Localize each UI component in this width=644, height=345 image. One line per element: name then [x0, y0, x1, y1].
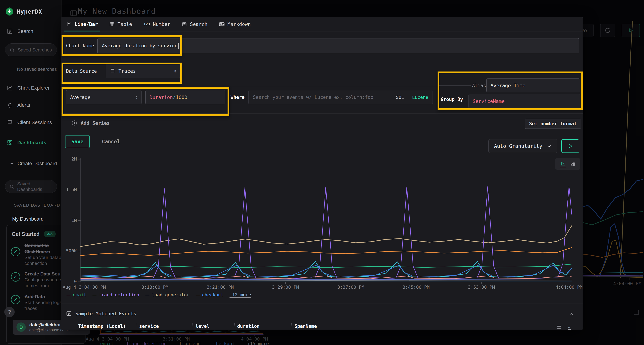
divider	[61, 304, 583, 304]
aggregation-value: Average	[70, 95, 90, 100]
sidebar-item-dashboards[interactable]: Dashboards	[6, 139, 46, 146]
check-circle-icon: ✓	[11, 247, 20, 256]
legend-swatch	[145, 295, 150, 295]
main-chart-svg[interactable]	[61, 155, 583, 287]
chart-name-value: Average duration by service	[102, 43, 178, 48]
y-tick-label: 500K	[62, 248, 77, 254]
set-number-format-button[interactable]: Set number format	[525, 119, 581, 129]
granularity-value: Auto Granularity	[494, 143, 542, 149]
help-button[interactable]: ?	[4, 307, 15, 317]
column-header-spanname[interactable]: SpanName	[294, 324, 317, 329]
number-123-icon: 123	[144, 22, 150, 26]
group-by-input[interactable]: ServiceName	[468, 94, 580, 108]
column-header-level[interactable]: level	[196, 324, 210, 329]
y-tick-label: 1.5M	[62, 187, 77, 192]
saved-dashboards-input[interactable]: Saved Dashboards	[5, 180, 57, 193]
tab-search[interactable]: Search	[182, 17, 208, 31]
no-saved-searches-text: No saved searches	[17, 66, 57, 72]
alias-connector-line	[438, 85, 471, 86]
field-expression-input[interactable]: Duration/1000	[146, 90, 225, 104]
column-header-service[interactable]: service	[139, 324, 159, 329]
field-token: Duration	[150, 95, 173, 100]
cancel-button[interactable]: Cancel	[99, 135, 122, 148]
aggregation-select[interactable]: Average ▲▼	[66, 90, 142, 104]
chart-name-input[interactable]: Average duration by service	[98, 38, 579, 53]
legend-swatch	[92, 295, 96, 295]
tab-markdown[interactable]: Markdown	[219, 17, 251, 31]
column-header-duration[interactable]: duration	[237, 324, 260, 329]
legend-item-checkout[interactable]: checkout	[196, 292, 224, 298]
legend-item-email[interactable]: email	[66, 292, 86, 298]
bell-icon	[6, 101, 14, 109]
legend-swatch	[196, 295, 200, 295]
create-dashboard-button[interactable]: + Create Dashboard	[10, 161, 57, 167]
chevron-down-icon	[547, 144, 552, 148]
logo[interactable]: HyperDX	[5, 7, 42, 16]
database-icon	[110, 68, 115, 74]
language-switch[interactable]: SQL | Lucene	[396, 95, 428, 100]
x-tick-label: Aug 4 3:04:00 PM	[61, 285, 115, 290]
sql-option[interactable]: SQL	[396, 95, 404, 100]
sidebar-item-label: Alerts	[17, 102, 30, 108]
check-circle-icon: ✓	[11, 272, 20, 282]
saved-searches-input[interactable]: Saved Searches	[5, 43, 57, 56]
x-tick-label: 3:37:00 PM	[320, 285, 381, 290]
where-search-input[interactable]: SQL | Lucene	[248, 90, 433, 104]
list-icon	[182, 21, 187, 27]
column-separator	[192, 323, 193, 330]
sidebar-item-search[interactable]: Search	[6, 28, 33, 35]
sidebar-item-client-sessions[interactable]: Client Sessions	[6, 119, 52, 126]
sample-events-header[interactable]: Sample Matched Events	[66, 311, 136, 317]
legend-item-fraud-detection[interactable]: fraud-detection	[92, 292, 139, 298]
sidebar-item-my-dashboard[interactable]: My Dashboard	[12, 216, 44, 222]
run-chart-button[interactable]	[561, 139, 579, 153]
app-root: My New Dashboard Save 4:04:00 PM 0 Aug 4…	[0, 0, 644, 345]
select-updown-icon: ▲▼	[174, 69, 176, 73]
granularity-select[interactable]: Auto Granularity	[488, 139, 557, 153]
dashboards-grid-icon	[6, 139, 14, 146]
legend-label: checkout	[202, 292, 224, 298]
sidebar-item-alerts[interactable]: Alerts	[6, 101, 30, 109]
add-series-button[interactable]: Add Series	[72, 120, 110, 126]
alias-input[interactable]: Average Time	[486, 78, 580, 92]
x-tick-label: 4:04:00 PM	[539, 285, 583, 290]
download-icon[interactable]: ↓	[568, 324, 571, 330]
y-axis-labels: 2M1.5M1M500K0	[61, 155, 79, 287]
hyperdx-logo-icon	[5, 7, 14, 16]
sidebar-item-chart-explorer[interactable]: Chart Explorer	[6, 84, 50, 91]
series-gray	[81, 280, 572, 281]
data-source-label: Data Source	[66, 68, 97, 74]
chart-legend: email fraud-detection load-generator che…	[66, 292, 251, 298]
legend-item-load-generator[interactable]: load-generator	[145, 292, 190, 298]
tab-number[interactable]: 123 Number	[144, 17, 170, 31]
magnifier-icon	[10, 47, 15, 52]
filter-icon[interactable]: ☰	[557, 324, 561, 330]
legend-swatch	[66, 295, 71, 295]
tab-line-bar[interactable]: Line/Bar	[66, 17, 98, 31]
y-tick-label: 1M	[62, 218, 77, 223]
data-source-value: Traces	[118, 68, 136, 74]
legend-label: fraud-detection	[99, 292, 139, 298]
saved-dashboards-section[interactable]: SAVED DASHBOARDS	[11, 203, 60, 208]
sidebar-item-label: Dashboards	[17, 140, 46, 145]
legend-label: load-generator	[152, 292, 190, 298]
y-tick-label: 0	[62, 279, 77, 284]
search-doc-icon	[6, 28, 14, 35]
where-search-field[interactable]	[253, 95, 393, 100]
column-header-timestamp[interactable]: Timestamp (Local)	[78, 324, 126, 329]
x-tick-label: 3:21:00 PM	[190, 285, 250, 290]
series-orange	[81, 248, 572, 256]
get-started-badge: 3/3	[44, 231, 56, 237]
plus-circle-icon	[72, 120, 78, 126]
collapse-chevron-icon[interactable]	[569, 312, 574, 317]
save-button[interactable]: Save	[65, 135, 90, 148]
legend-more-link[interactable]: +12 more	[230, 292, 251, 298]
group-by-value: ServiceName	[472, 98, 505, 104]
lucene-option[interactable]: Lucene	[412, 95, 428, 100]
tab-label: Table	[118, 21, 132, 27]
text-caret	[178, 43, 178, 49]
data-source-select[interactable]: Traces ▲▼	[106, 64, 180, 78]
series-fraud-detection	[81, 186, 572, 278]
tab-table[interactable]: Table	[109, 17, 132, 31]
where-label: Where	[230, 95, 244, 100]
